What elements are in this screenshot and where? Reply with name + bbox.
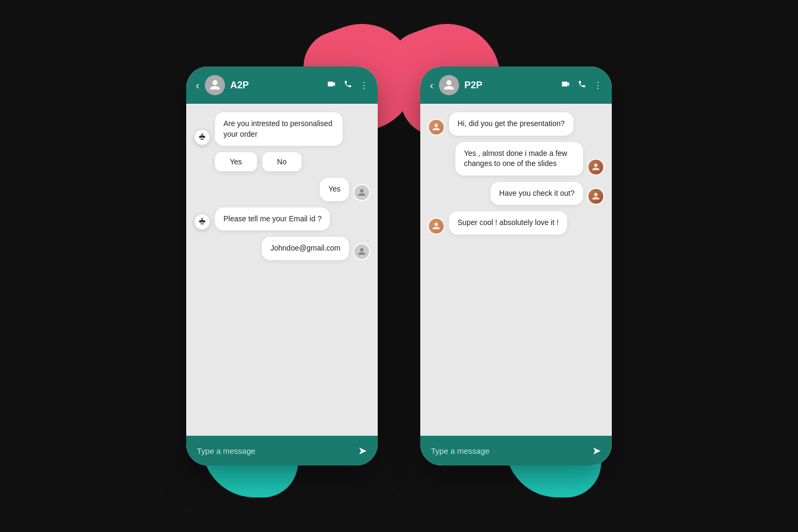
p2p-header: ‹ P2P ⋮ [420,66,612,104]
p2p-video-icon[interactable] [561,79,570,91]
a2p-back-button[interactable]: ‹ [196,79,200,92]
a2p-avatar [205,75,225,95]
a2p-header-icons: ⋮ [327,79,368,91]
a2p-msg-row-2: Yes [194,178,370,201]
phone-a2p: ‹ A2P ⋮ [186,66,378,466]
a2p-chat-area: Are you intrested to personalised your o… [186,104,378,436]
svg-point-2 [201,222,202,223]
p2p-avatar [439,75,459,95]
a2p-user-avatar-2 [353,243,370,260]
a2p-send-button[interactable]: ➤ [358,444,367,457]
p2p-msg-row-4: Super cool ! absolutely love it ! [428,211,604,235]
a2p-bubble-1: Are you intrested to personalised your o… [215,112,343,146]
a2p-bot-avatar-2 [194,213,211,230]
phone-p2p-wrapper: ‹ P2P ⋮ [420,66,612,466]
p2p-send-button[interactable]: ➤ [592,444,601,457]
p2p-bubble-4: Super cool ! absolutely love it ! [449,211,567,235]
p2p-bubble-2: Yes , almost done i made a few changes t… [455,142,583,176]
a2p-bubble-2: Yes [320,178,349,201]
p2p-menu-icon[interactable]: ⋮ [594,80,602,90]
p2p-bubble-1: Hi, did you get the presentation? [449,112,573,136]
svg-point-1 [203,138,204,139]
p2p-bubble-3: Have you check it out? [491,182,583,205]
p2p-title: P2P [464,80,555,91]
a2p-title: A2P [230,80,321,91]
a2p-user-avatar-1 [353,184,370,201]
p2p-chat-area: Hi, did you get the presentation? Yes , … [420,104,612,436]
a2p-header: ‹ A2P ⋮ [186,66,378,104]
a2p-yes-button[interactable]: Yes [215,152,257,171]
p2p-user-a-avatar-2 [428,218,445,235]
p2p-msg-row-1: Hi, did you get the presentation? [428,112,604,136]
a2p-footer: Type a message ➤ [186,436,378,466]
a2p-bot-avatar-1 [194,129,211,146]
phone-a2p-wrapper: ‹ A2P ⋮ [186,66,378,466]
svg-point-3 [203,222,204,223]
a2p-bubble-3: Please tell me your Email id ? [215,207,330,231]
p2p-footer: Type a message ➤ [420,436,612,466]
a2p-bubble-4: Johndoe@gmail.com [262,237,349,260]
a2p-quick-replies: Yes No [194,152,370,171]
a2p-msg-row-1: Are you intrested to personalised your o… [194,112,370,146]
a2p-msg-row-3: Please tell me your Email id ? [194,207,370,231]
p2p-msg-row-2: Yes , almost done i made a few changes t… [428,142,604,176]
p2p-user-b-avatar-1 [587,159,604,176]
p2p-back-button[interactable]: ‹ [430,79,434,92]
a2p-message-placeholder[interactable]: Type a message [197,446,255,455]
scene: ‹ A2P ⋮ [186,66,612,466]
p2p-user-a-avatar-1 [428,119,445,136]
phone-p2p: ‹ P2P ⋮ [420,66,612,466]
p2p-header-icons: ⋮ [561,79,602,91]
a2p-phone-icon[interactable] [344,80,352,90]
a2p-no-button[interactable]: No [262,152,302,171]
p2p-msg-row-3: Have you check it out? [428,182,604,205]
a2p-msg-row-4: Johndoe@gmail.com [194,237,370,260]
a2p-video-icon[interactable] [327,79,336,91]
p2p-phone-icon[interactable] [578,80,586,90]
p2p-message-placeholder[interactable]: Type a message [431,446,489,455]
a2p-menu-icon[interactable]: ⋮ [360,80,368,90]
p2p-user-b-avatar-2 [587,188,604,205]
svg-point-0 [201,138,202,139]
